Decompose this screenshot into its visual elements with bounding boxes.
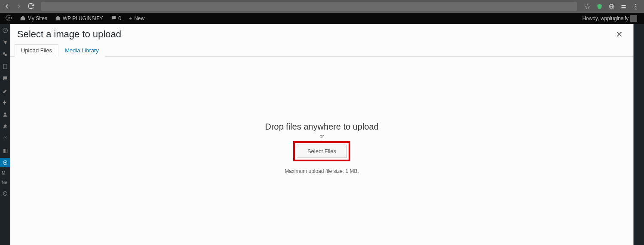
new-content-menu[interactable]: + New: [127, 13, 147, 24]
modal-tabs: Upload Files Media Library: [10, 41, 633, 57]
modal-header: Select a image to upload ✕: [10, 24, 633, 41]
svg-rect-2: [621, 7, 626, 8]
sidebar-users-icon[interactable]: [0, 110, 10, 119]
url-input[interactable]: [41, 2, 577, 11]
sidebar-appearance-icon[interactable]: [0, 86, 10, 95]
plus-icon: +: [129, 15, 133, 21]
sidebar-settings-icon[interactable]: [0, 158, 10, 167]
comments-count: 0: [118, 15, 122, 21]
howdy-menu[interactable]: Howdy, wppluginsify: [580, 13, 640, 24]
comments-menu[interactable]: 0: [108, 13, 124, 24]
max-upload-text: Maximum upload file size: 1 MB.: [285, 168, 359, 174]
sidebar-item-icon[interactable]: ♡: [0, 134, 10, 143]
admin-content: ♡ ◧ M Ne Select a image to upload ✕ Uplo…: [0, 24, 644, 245]
modal-title: Select a image to upload: [17, 29, 121, 40]
sidebar-plugins-icon[interactable]: [0, 98, 10, 107]
svg-rect-1: [621, 5, 626, 6]
new-label: New: [134, 15, 145, 21]
sidebar-item-icon[interactable]: ◧: [0, 146, 10, 155]
forward-button[interactable]: [15, 3, 22, 10]
reload-button[interactable]: [27, 3, 34, 11]
sidebar-dashboard-icon[interactable]: [0, 26, 10, 35]
wordpress-logo-icon: [5, 15, 12, 22]
or-text: or: [319, 133, 324, 139]
wp-logo-menu[interactable]: [3, 13, 15, 24]
back-button[interactable]: [3, 3, 10, 10]
admin-sidebar: ♡ ◧ M Ne: [0, 24, 10, 245]
avatar: [630, 15, 637, 22]
globe-icon[interactable]: [608, 3, 615, 10]
select-files-button[interactable]: Select Files: [297, 145, 347, 158]
comment-icon: [111, 15, 117, 22]
drop-instruction: Drop files anywhere to upload: [265, 122, 379, 132]
home-icon: [55, 15, 61, 22]
sidebar-posts-icon[interactable]: [0, 38, 10, 47]
extension-icon[interactable]: [620, 3, 627, 10]
tab-upload-files[interactable]: Upload Files: [15, 44, 58, 57]
svg-point-8: [4, 112, 6, 115]
highlight-annotation: Select Files: [293, 141, 350, 161]
browser-actions: ☆ ⋮: [584, 3, 641, 10]
svg-point-10: [3, 192, 7, 196]
tab-media-library[interactable]: Media Library: [58, 44, 105, 57]
my-sites-menu[interactable]: My Sites: [17, 13, 50, 24]
sidebar-comments-icon[interactable]: [0, 74, 10, 83]
media-upload-modal: Select a image to upload ✕ Upload Files …: [10, 24, 634, 245]
chrome-menu-icon[interactable]: ⋮: [632, 3, 639, 10]
wp-admin-bar: My Sites WP PLUGINSIFY 0 + New Howdy, wp…: [0, 13, 644, 24]
browser-toolbar: ☆ ⋮: [0, 0, 644, 13]
sidebar-tools-icon[interactable]: [0, 122, 10, 131]
sidebar-item-label[interactable]: Ne: [0, 179, 10, 186]
nav-controls: [3, 3, 34, 11]
svg-rect-7: [3, 64, 7, 69]
svg-point-9: [4, 162, 6, 163]
sidebar-pages-icon[interactable]: [0, 62, 10, 71]
my-sites-label: My Sites: [27, 15, 47, 21]
sidebar-item-label[interactable]: M: [0, 170, 10, 177]
site-name-menu[interactable]: WP PLUGINSIFY: [52, 13, 106, 24]
svg-rect-6: [5, 54, 7, 56]
bookmark-star-icon[interactable]: ☆: [584, 3, 591, 10]
howdy-text: Howdy, wppluginsify: [582, 15, 629, 21]
upload-dropzone[interactable]: Drop files anywhere to upload or Select …: [10, 57, 633, 239]
close-icon[interactable]: ✕: [612, 28, 626, 40]
site-name-label: WP PLUGINSIFY: [63, 15, 103, 21]
sidebar-media-icon[interactable]: [0, 50, 10, 59]
sidebar-collapse-icon[interactable]: [0, 189, 10, 198]
home-icon: [20, 15, 26, 22]
shield-icon[interactable]: [596, 3, 603, 10]
